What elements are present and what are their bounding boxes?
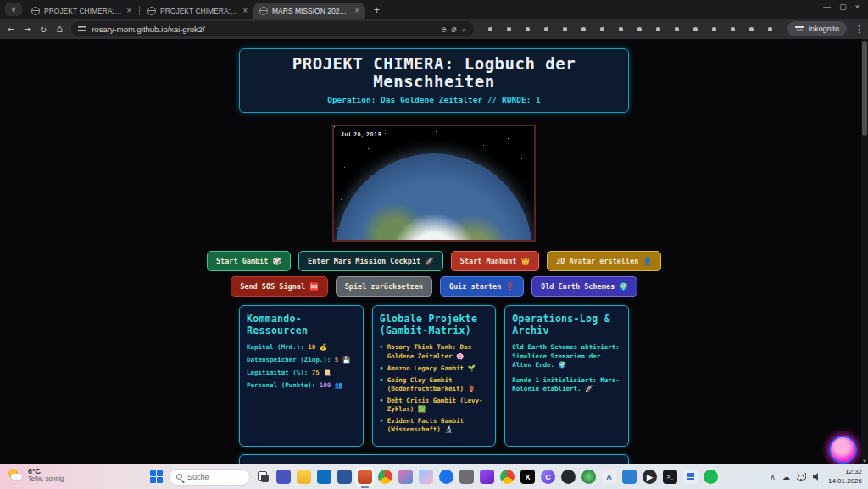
ext-profile-icon[interactable] — [485, 24, 496, 35]
tray-chevron-icon[interactable]: ∧ — [770, 473, 776, 481]
ext-notes-icon[interactable] — [559, 24, 570, 35]
ext-translate-icon[interactable] — [653, 24, 664, 35]
chrome-icon[interactable] — [378, 470, 392, 484]
tab-search-button[interactable]: ∨ — [5, 3, 22, 16]
reset-game-button[interactable]: Spiel zurücksetzen — [336, 276, 432, 297]
quiz-button[interactable]: Quiz starten ❓ — [440, 276, 524, 297]
tab-mars-mission-active[interactable]: MARS MISSION 2026 - ROSAR × — [253, 3, 365, 19]
volume-icon[interactable] — [813, 473, 821, 481]
ext-location-pin-icon[interactable] — [597, 24, 608, 35]
tab-title: PROJEKT CHIMERA: Das Golden — [160, 7, 238, 15]
eye-off-icon[interactable]: ∅ — [452, 25, 457, 34]
resources-panel: Kommando-Ressourcen Kapital (Mrd.): 10 💰… — [239, 305, 364, 447]
start-gambit-button[interactable]: Start Gambit 🎲 — [207, 251, 291, 271]
ext-side-panel-icon[interactable] — [727, 24, 738, 35]
powerpoint-icon[interactable] — [358, 470, 372, 484]
taskbar: 6°C Teilw. sonnig Suche X C — [0, 464, 868, 489]
start-button[interactable] — [150, 470, 163, 483]
media-player-icon[interactable]: ▶ — [643, 470, 657, 484]
ext-reading-list-icon[interactable] — [690, 24, 701, 35]
start-manhunt-button[interactable]: Start Manhunt 👑 — [451, 251, 539, 271]
earth-date-caption: Jul 20, 2019 — [341, 131, 382, 137]
tab-close-icon[interactable]: × — [242, 6, 248, 15]
wifi-icon[interactable] — [797, 473, 806, 481]
spotify-icon[interactable] — [704, 470, 718, 484]
partly-sunny-icon — [8, 468, 23, 481]
file-explorer-icon[interactable] — [297, 470, 311, 484]
photos-icon[interactable] — [398, 470, 413, 484]
resource-row-legitimitaet: Legitimität (%): 75 📜 — [247, 369, 356, 376]
minimize-button[interactable]: — — [823, 3, 831, 11]
ext-password-key-icon[interactable] — [504, 24, 515, 35]
chrome-profile-icon[interactable] — [500, 470, 515, 484]
old-earth-schemes-button[interactable]: Old Earth Schemes 🌍 — [531, 276, 637, 297]
maximize-button[interactable]: ▢ — [839, 3, 847, 11]
forward-button[interactable]: → — [20, 21, 34, 36]
camera-icon[interactable] — [459, 470, 474, 484]
page-title: PROJEKT CHIMERA: Logbuch der Menschheite… — [247, 55, 621, 91]
floating-assistant-button[interactable] — [829, 436, 857, 464]
ext-wallet-card-icon[interactable] — [522, 24, 533, 35]
page-scrollbar[interactable]: ▼ — [861, 39, 868, 464]
floppy-disk-icon: 💾 — [342, 356, 350, 364]
browser-toolbar: ← → ↻ ⌂ rosary-mom.github.io/xai-grok2/ … — [0, 19, 868, 39]
paint-icon[interactable] — [419, 470, 433, 484]
ext-link-icon[interactable] — [709, 24, 720, 35]
mars-cockpit-button[interactable]: Enter Mars Mission Cockpit 🚀 — [298, 251, 443, 271]
taskbar-clock[interactable]: 12:32 14.01.2026 — [828, 468, 862, 486]
github-icon[interactable] — [561, 470, 576, 484]
site-info-icon[interactable] — [78, 25, 86, 32]
people-icon: 👥 — [335, 381, 342, 389]
reload-button[interactable]: ↻ — [36, 21, 50, 36]
onedrive-cloud-icon[interactable]: ☁ — [782, 473, 790, 481]
avatar-button[interactable]: 3D Avatar erstellen 👤 — [547, 251, 661, 271]
tab-projekt-chimera-1[interactable]: PROJEKT CHIMERA: Das Golden × — [25, 3, 137, 19]
scrollbar-down-arrow[interactable]: ▼ — [861, 458, 868, 464]
tab-close-icon[interactable]: × — [354, 6, 359, 15]
resource-row-personal: Personal (Punkte): 100 👥 — [247, 381, 356, 389]
search-app-icon[interactable] — [439, 470, 453, 484]
ext-printer-icon[interactable] — [615, 24, 626, 35]
ext-qr-grid-icon[interactable] — [671, 24, 682, 35]
zoom-icon[interactable]: ⊖ — [441, 25, 446, 34]
tab-close-icon[interactable]: × — [126, 6, 131, 15]
tab-strip: ∨ PROJEKT CHIMERA: Das Golden × PROJEKT … — [0, 0, 868, 19]
browser-menu-icon[interactable]: ⋮ — [854, 24, 864, 35]
resource-row-kapital: Kapital (Mrd.): 10 💰 — [247, 343, 356, 351]
home-button[interactable]: ⌂ — [53, 21, 66, 36]
terminal-icon[interactable]: >_ — [663, 470, 677, 484]
projects-panel-title: Globale Projekte (Gambit-Matrix) — [380, 314, 489, 337]
ext-calculator-icon[interactable] — [746, 24, 757, 35]
store-icon[interactable] — [317, 470, 331, 484]
game-icon[interactable] — [581, 470, 596, 484]
action-buttons-row-1: Start Gambit 🎲 Enter Mars Mission Cockpi… — [239, 251, 629, 271]
ext-code-icon[interactable] — [765, 24, 776, 35]
weather-widget[interactable]: 6°C Teilw. sonnig — [8, 467, 64, 483]
log-entry: Old Earth Schemes aktiviert: Simuliere S… — [512, 343, 621, 370]
ext-star-icon[interactable] — [578, 24, 589, 35]
url-text[interactable]: rosary-mom.github.io/xai-grok2/ — [92, 25, 436, 34]
scrollbar-thumb[interactable] — [862, 41, 867, 136]
system-tray: ∧ ☁ 12:32 14.01.2026 — [770, 464, 862, 489]
movies-tv-icon[interactable] — [480, 470, 494, 484]
bookmark-star-icon[interactable]: ☆ — [462, 25, 467, 34]
copilot-icon[interactable]: C — [541, 470, 555, 484]
close-window-button[interactable]: × — [855, 3, 860, 11]
taskbar-search[interactable]: Suche — [169, 469, 250, 486]
project-item: Debt Crisis Gambit (Levy-Zyklus) 💹 — [380, 397, 489, 414]
translate-icon[interactable]: A — [602, 470, 616, 484]
sos-signal-button[interactable]: Send SOS Signal 🆘 — [231, 276, 328, 297]
address-bar[interactable]: rosary-mom.github.io/xai-grok2/ ⊖ ∅ ☆ — [71, 21, 473, 36]
tab-projekt-chimera-2[interactable]: PROJEKT CHIMERA: Das Golden × — [142, 3, 253, 19]
ext-screenshot-icon[interactable] — [634, 24, 645, 35]
back-button[interactable]: ← — [4, 21, 18, 36]
new-tab-button[interactable]: + — [374, 4, 380, 16]
todo-icon[interactable] — [337, 470, 352, 484]
ext-phone-icon[interactable] — [541, 24, 552, 35]
notepad-icon[interactable] — [683, 470, 698, 484]
task-view-button[interactable] — [256, 470, 270, 484]
vscode-icon[interactable] — [622, 470, 637, 484]
window-controls: — ▢ × — [818, 0, 865, 14]
resource-row-datenspeicher: Datenspeicher (Ziop.): 5 💾 — [247, 356, 356, 364]
teams-icon[interactable] — [276, 470, 291, 484]
